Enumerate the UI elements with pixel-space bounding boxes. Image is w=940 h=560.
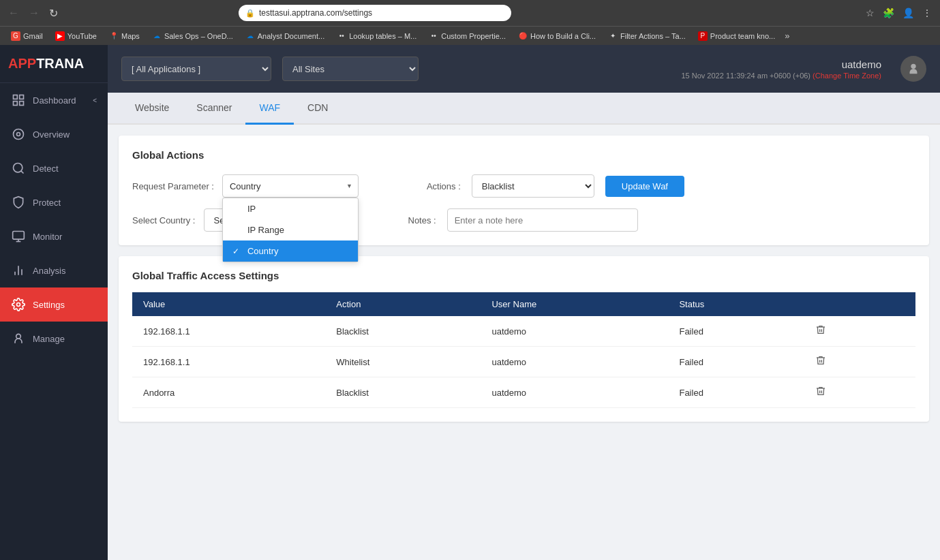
filter-actions-icon: ✦ [608, 31, 618, 41]
extensions-button[interactable]: 🧩 [880, 6, 897, 20]
sidebar-item-manage[interactable]: Manage [0, 322, 108, 356]
cell-username-1: uatdemo [481, 316, 668, 347]
option-country[interactable]: ✓ Country [223, 240, 358, 262]
overview-icon [11, 127, 26, 142]
bookmarks-bar: G Gmail ▶ YouTube 📍 Maps ☁ Sales Ops – O… [0, 26, 940, 45]
tab-website[interactable]: Website [121, 93, 183, 125]
top-bar: [ All Applications ] All Sites uatdemo 1… [108, 45, 940, 93]
onedrive-icon: ☁ [152, 31, 162, 41]
bookmark-maps[interactable]: 📍 Maps [104, 30, 145, 42]
app-selector[interactable]: [ All Applications ] [121, 57, 271, 81]
bookmark-salesops[interactable]: ☁ Sales Ops – OneD... [147, 30, 239, 42]
url-text: testtasui.apptrana.com/settings [259, 8, 372, 18]
bookmark-youtube[interactable]: ▶ YouTube [50, 30, 102, 42]
check-country: ✓ [232, 247, 242, 256]
content-area: [ All Applications ] All Sites uatdemo 1… [108, 45, 940, 560]
actions-dropdown[interactable]: Blacklist Whitelist [472, 174, 594, 198]
bookmark-analyst-doc[interactable]: ☁ Analyst Document... [240, 30, 330, 42]
analysis-icon [11, 263, 26, 278]
bookmark-product-team[interactable]: P Product team kno... [693, 30, 780, 42]
col-header-actions [800, 292, 915, 316]
tab-scanner[interactable]: Scanner [183, 93, 245, 125]
delete-button-3[interactable] [811, 384, 830, 401]
sidebar: APPTRANA Dashboard < Overview Detect [0, 45, 108, 560]
address-bar[interactable]: 🔒 testtasui.apptrana.com/settings [239, 5, 511, 21]
menu-button[interactable]: ⋮ [920, 6, 935, 20]
check-ip-range [232, 225, 242, 235]
tab-cdn[interactable]: CDN [294, 93, 342, 125]
lookup-icon: •• [337, 31, 346, 41]
forward-button[interactable]: → [26, 5, 42, 20]
sidebar-label-monitor: Monitor [33, 232, 97, 242]
sidebar-label-overview: Overview [33, 129, 97, 140]
actions-group: Actions : Blacklist Whitelist Update Waf [427, 174, 684, 198]
notes-input[interactable] [447, 208, 638, 232]
app-layout: APPTRANA Dashboard < Overview Detect [0, 45, 940, 560]
svg-point-5 [17, 133, 20, 136]
svg-rect-3 [20, 102, 24, 106]
sidebar-item-analysis[interactable]: Analysis [0, 253, 108, 287]
back-button[interactable]: ← [5, 5, 22, 20]
analyst-doc-icon: ☁ [245, 31, 255, 41]
tab-waf[interactable]: WAF [245, 93, 294, 125]
bookmark-how-to-build[interactable]: 🔴 How to Build a Cli... [513, 30, 601, 42]
cell-username-3: uatdemo [481, 377, 668, 408]
dropdown-selected-value: Country [230, 181, 261, 191]
lock-icon: 🔒 [245, 9, 255, 18]
sidebar-item-monitor[interactable]: Monitor [0, 219, 108, 253]
col-header-value: Value [132, 292, 325, 316]
cell-action-1: Blacklist [325, 316, 481, 347]
bookmark-lookup[interactable]: •• Lookup tables – M... [331, 30, 422, 42]
update-waf-button[interactable]: Update Waf [605, 176, 684, 197]
sidebar-item-dashboard[interactable]: Dashboard < [0, 83, 108, 117]
request-param-group: Request Parameter : Country IP [132, 174, 359, 198]
cell-action-3: Blacklist [325, 377, 481, 408]
refresh-button[interactable]: ↻ [46, 5, 61, 21]
product-team-icon: P [698, 31, 708, 41]
detect-icon [11, 161, 26, 176]
bookmark-filter-actions[interactable]: ✦ Filter Actions – Ta... [603, 30, 691, 42]
profile-button[interactable]: 👤 [900, 6, 917, 20]
svg-rect-0 [14, 95, 18, 99]
app-dropdown[interactable]: [ All Applications ] [121, 57, 271, 81]
cell-delete-2[interactable] [800, 347, 915, 377]
cell-value-3: Andorra [132, 377, 325, 408]
sidebar-item-settings[interactable]: Settings [0, 287, 108, 322]
cell-delete-1[interactable] [800, 316, 915, 347]
gmail-icon: G [11, 31, 20, 41]
global-actions-card: Global Actions Request Parameter : Count… [119, 136, 929, 245]
request-param-dropdown[interactable]: Country IP [222, 174, 359, 198]
datetime-text: 15 Nov 2022 11:39:24 am +0600 (+06) [681, 72, 810, 80]
select-country-label: Select Country : [132, 215, 196, 225]
svg-rect-1 [20, 95, 24, 99]
dropdown-trigger[interactable]: Country [222, 174, 359, 198]
delete-button-2[interactable] [811, 354, 830, 370]
youtube-icon: ▶ [55, 31, 65, 41]
sidebar-label-settings: Settings [33, 300, 97, 310]
global-actions-title: Global Actions [132, 149, 915, 161]
bookmark-gmail[interactable]: G Gmail [5, 30, 48, 42]
option-ip-range[interactable]: IP Range [223, 219, 358, 240]
cell-delete-3[interactable] [800, 377, 915, 408]
sidebar-item-protect[interactable]: Protect [0, 185, 108, 219]
more-bookmarks[interactable]: » [785, 31, 789, 41]
bookmark-custom-props[interactable]: •• Custom Propertie... [423, 30, 511, 42]
delete-button-1[interactable] [811, 323, 830, 339]
sidebar-item-detect[interactable]: Detect [0, 151, 108, 185]
change-timezone-link[interactable]: (Change Time Zone) [813, 72, 881, 80]
notes-label: Notes : [408, 215, 436, 225]
svg-point-15 [16, 334, 21, 339]
cell-value-2: 192.168.1.1 [132, 347, 325, 377]
settings-icon [11, 297, 26, 312]
sidebar-label-protect: Protect [33, 198, 97, 208]
username-label: uatdemo [842, 59, 881, 70]
col-header-status: Status [668, 292, 800, 316]
sidebar-item-overview[interactable]: Overview [0, 117, 108, 151]
site-selector[interactable]: All Sites [282, 57, 419, 81]
cell-status-1: Failed [668, 316, 800, 347]
maps-icon: 📍 [109, 31, 119, 41]
bookmark-star-button[interactable]: ☆ [863, 6, 877, 20]
site-dropdown[interactable]: All Sites [282, 57, 419, 81]
datetime-display: 15 Nov 2022 11:39:24 am +0600 (+06) (Cha… [681, 72, 881, 80]
option-ip[interactable]: IP [223, 198, 358, 219]
